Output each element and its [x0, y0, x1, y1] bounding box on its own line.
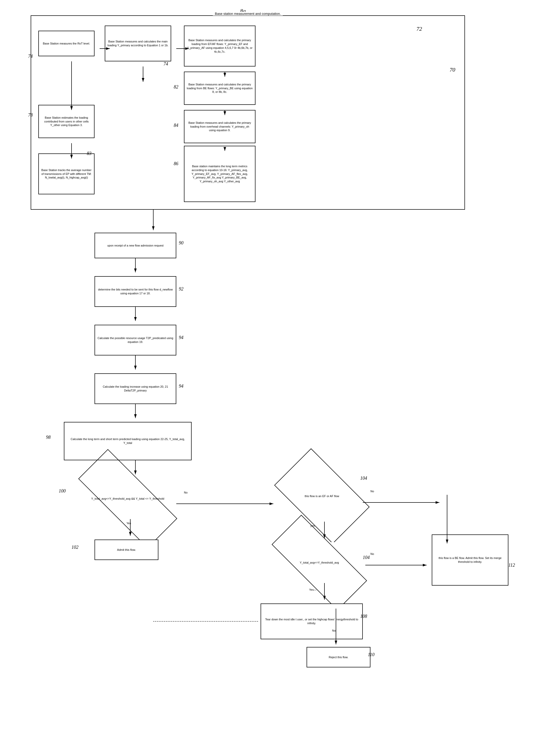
ref-83: 83 — [87, 151, 91, 156]
svg-marker-41 — [446, 539, 448, 544]
yes-label-3: Yes— — [309, 588, 316, 591]
ref-78: 78 — [28, 113, 33, 118]
box-be: Base Station measures and calculates the… — [184, 72, 255, 105]
ref-94b: 94 — [179, 383, 183, 389]
box-long-term: Base station maintains the long term met… — [184, 146, 255, 202]
ref-82: 82 — [174, 84, 178, 90]
ref-94a: 94 — [179, 335, 183, 340]
svg-marker-35 — [323, 596, 326, 600]
svg-marker-31 — [270, 502, 273, 505]
ref-86: 86 — [174, 161, 178, 166]
svg-marker-43 — [335, 640, 337, 645]
ref-92: 92 — [179, 287, 183, 292]
box-admit-flow: Admit this flow. — [95, 539, 159, 560]
box-resource: Calculate the possible resource usage T2… — [95, 325, 176, 355]
box-bits: determine the bits needed to be sent for… — [95, 276, 176, 307]
svg-marker-25 — [134, 414, 137, 418]
box-rot: Base Station measures the RoT level. — [38, 31, 95, 56]
box-loading-increase: Calculate the loading increase using equ… — [95, 373, 176, 404]
box-overhead: Base Station measures and calculates the… — [184, 110, 255, 143]
svg-marker-29 — [129, 532, 131, 536]
ref-108: 108 — [360, 614, 367, 619]
svg-marker-27 — [134, 471, 137, 474]
svg-marker-37 — [423, 564, 427, 567]
box-reject: Reject this flow. — [307, 647, 370, 667]
ref-98: 98 — [46, 435, 50, 440]
box-other: Base Station estimates the loading contr… — [38, 105, 95, 138]
outer-box-title: Base station measurement and computation… — [213, 12, 283, 16]
ref-74b: 74 — [164, 61, 168, 67]
box-tear-down: Tear down the most idle t user., or set … — [261, 604, 363, 639]
ref-110: 110 — [368, 652, 375, 657]
box-new-flow: upon receipt of a new flow admission req… — [95, 233, 176, 258]
svg-marker-39 — [436, 501, 439, 504]
svg-marker-21 — [134, 317, 137, 321]
svg-marker-19 — [134, 269, 137, 272]
svg-marker-17 — [152, 226, 154, 230]
diamond-ef-af-flow: this flow is an EF or AF flow — [281, 471, 363, 522]
svg-marker-23 — [134, 366, 137, 370]
ref-74a: 74 — [28, 54, 33, 59]
ref-84: 84 — [174, 123, 178, 128]
diamond-y-total-avg: Y_total_avg<=Y_threshold_avg — [273, 542, 365, 583]
diamond-y-total: Y_total_avg<=Y_threshold_avg && Y_total … — [79, 478, 176, 519]
ref-100: 100 — [59, 488, 66, 494]
box-long-short: Calculate the long term and short term p… — [64, 422, 192, 460]
box-ef-af: Base Station measures and calculates the… — [184, 25, 255, 66]
no-label-2: No — [370, 552, 374, 555]
no-label-3: No — [370, 490, 374, 493]
ref-104a: 104 — [360, 476, 367, 481]
ref-90: 90 — [179, 240, 183, 246]
box-tracks: Base Station tracks the average number o… — [38, 154, 95, 194]
box-main-loading: Base Station measures and calculates the… — [105, 25, 171, 61]
ref-102: 102 — [71, 545, 79, 550]
no-label-4: No — [332, 629, 336, 632]
yes-label-1: Yes — [126, 522, 131, 525]
ref-112: 112 — [509, 562, 515, 568]
no-label-1: No — [184, 491, 188, 494]
